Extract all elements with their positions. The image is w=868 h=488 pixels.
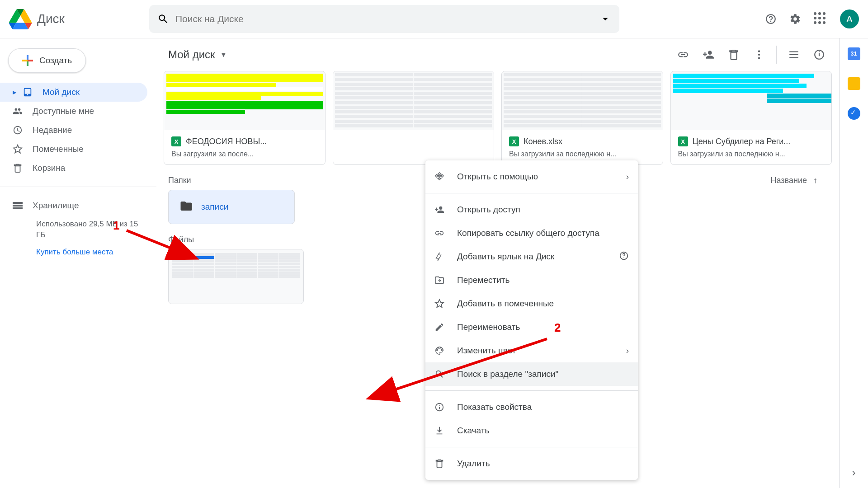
move-icon bbox=[434, 172, 451, 182]
logo-area[interactable]: Диск bbox=[9, 9, 149, 29]
menu-delete[interactable]: Удалить bbox=[425, 452, 638, 475]
menu-move[interactable]: Переместить bbox=[425, 268, 638, 292]
file-preview bbox=[671, 71, 832, 130]
share-button[interactable] bbox=[696, 42, 721, 67]
file-preview bbox=[502, 71, 663, 130]
calendar-addon-icon[interactable]: 31 bbox=[848, 47, 860, 60]
buy-storage-link[interactable]: Купить больше места bbox=[0, 244, 156, 260]
user-avatar[interactable]: А bbox=[840, 9, 859, 28]
menu-star[interactable]: Добавить в помеченные bbox=[425, 292, 638, 315]
tasks-addon-icon[interactable] bbox=[848, 107, 860, 120]
search-dropdown-icon[interactable] bbox=[599, 13, 611, 25]
trash-icon bbox=[434, 459, 451, 469]
search-input[interactable] bbox=[175, 14, 599, 24]
info-icon bbox=[813, 49, 825, 61]
svg-point-1 bbox=[758, 54, 760, 56]
header-actions: А bbox=[765, 9, 859, 28]
sidebar-item-mydrive[interactable]: ▶ Мой диск bbox=[0, 83, 147, 102]
file-name: Цены Субдилер на Реги... bbox=[693, 137, 791, 146]
sidebar-item-storage[interactable]: Хранилище bbox=[0, 196, 156, 215]
main-content: Мой диск ▼ bbox=[156, 38, 839, 488]
help-icon[interactable] bbox=[765, 13, 777, 25]
menu-get-link[interactable]: Копировать ссылку общего доступа bbox=[425, 221, 638, 245]
expand-caret-icon: ▶ bbox=[13, 89, 17, 95]
drive-logo-icon bbox=[9, 9, 32, 29]
right-side-panel: 31 › bbox=[839, 38, 868, 488]
chevron-right-icon: › bbox=[626, 172, 629, 182]
menu-details[interactable]: Показать свойства bbox=[425, 395, 638, 419]
app-name: Диск bbox=[37, 12, 65, 26]
folder-icon bbox=[179, 199, 193, 215]
menu-label: Показать свойства bbox=[457, 402, 629, 412]
star-icon bbox=[13, 144, 23, 154]
section-title: Файлы bbox=[168, 235, 194, 244]
list-view-button[interactable] bbox=[781, 42, 807, 67]
settings-icon[interactable] bbox=[789, 13, 801, 25]
storage-usage-text: Использовано 29,5 МБ из 15 ГБ bbox=[0, 215, 156, 244]
file-sub: Вы загрузили за после... bbox=[164, 150, 325, 164]
keep-addon-icon[interactable] bbox=[848, 77, 860, 90]
apps-icon[interactable] bbox=[814, 12, 827, 26]
menu-change-color[interactable]: Изменить цвет › bbox=[425, 339, 638, 362]
file-preview bbox=[333, 71, 494, 130]
sidebar-item-shared[interactable]: Доступные мне bbox=[0, 102, 147, 121]
folder-name: записи bbox=[201, 202, 228, 212]
recent-icon bbox=[13, 125, 23, 135]
create-button[interactable]: Создать bbox=[8, 48, 86, 73]
more-vert-icon bbox=[753, 49, 765, 61]
context-menu: Открыть с помощью › Открыть доступ Копир… bbox=[425, 160, 638, 480]
menu-download[interactable]: Скачать bbox=[425, 419, 638, 442]
menu-label: Открыть с помощью bbox=[457, 172, 626, 182]
search-bar[interactable] bbox=[149, 5, 619, 33]
sidebar-item-label: Доступные мне bbox=[33, 106, 94, 116]
svg-point-0 bbox=[758, 50, 760, 52]
hide-side-panel-button[interactable]: › bbox=[852, 466, 856, 479]
menu-open-with[interactable]: Открыть с помощью › bbox=[425, 165, 638, 188]
link-icon bbox=[434, 228, 451, 238]
more-button[interactable] bbox=[746, 42, 772, 67]
file-card[interactable] bbox=[168, 249, 304, 304]
menu-rename[interactable]: Переименовать bbox=[425, 315, 638, 339]
sidebar-item-label: Корзина bbox=[33, 163, 65, 173]
quick-access-card[interactable]: XКонев.xlsx Вы загрузили за последнюю н.… bbox=[501, 71, 663, 165]
trash-icon bbox=[13, 163, 23, 173]
quick-access-card[interactable]: XЦены Субдилер на Реги... Вы загрузили з… bbox=[670, 71, 832, 165]
toolbar: Мой диск ▼ bbox=[164, 38, 832, 71]
edit-icon bbox=[434, 322, 451, 332]
quick-access-card[interactable]: XФЕОДОСИЯ НОВЫ... Вы загрузили за после.… bbox=[164, 71, 326, 165]
menu-label: Открыть доступ bbox=[457, 205, 629, 215]
storage-label: Хранилище bbox=[33, 201, 79, 211]
folder-card[interactable]: записи bbox=[168, 190, 295, 224]
menu-share[interactable]: Открыть доступ bbox=[425, 198, 638, 221]
get-link-button[interactable] bbox=[670, 42, 696, 67]
trash-icon bbox=[728, 49, 740, 61]
file-name: ФЕОДОСИЯ НОВЫ... bbox=[186, 137, 267, 146]
sidebar-item-trash[interactable]: Корзина bbox=[0, 159, 147, 178]
sidebar-item-label: Помеченные bbox=[33, 144, 84, 154]
menu-search-in[interactable]: Поиск в разделе "записи" bbox=[425, 362, 638, 386]
drive-shortcut-icon bbox=[434, 252, 451, 262]
menu-label: Добавить ярлык на Диск bbox=[457, 252, 619, 262]
delete-button[interactable] bbox=[721, 42, 746, 67]
header: Диск А bbox=[0, 0, 868, 38]
file-name: Конев.xlsx bbox=[524, 137, 562, 146]
search-icon bbox=[157, 13, 169, 25]
info-icon bbox=[434, 402, 451, 412]
create-label: Создать bbox=[39, 56, 72, 66]
plus-icon bbox=[22, 55, 33, 66]
quick-access-card[interactable] bbox=[333, 71, 495, 165]
link-icon bbox=[677, 49, 689, 61]
sidebar-item-label: Мой диск bbox=[42, 87, 80, 97]
chevron-down-icon: ▼ bbox=[221, 51, 227, 58]
sidebar-item-starred[interactable]: Помеченные bbox=[0, 140, 147, 159]
palette-icon bbox=[434, 346, 451, 356]
folder-move-icon bbox=[434, 275, 451, 285]
menu-add-shortcut[interactable]: Добавить ярлык на Диск bbox=[425, 245, 638, 268]
shared-icon bbox=[13, 106, 23, 116]
sidebar-item-recent[interactable]: Недавние bbox=[0, 121, 147, 140]
details-button[interactable] bbox=[807, 42, 832, 67]
breadcrumb[interactable]: Мой диск ▼ bbox=[164, 46, 231, 64]
menu-label: Поиск в разделе "записи" bbox=[457, 369, 629, 379]
sort-button[interactable]: Название ↑ bbox=[771, 176, 832, 185]
sort-label: Название bbox=[771, 176, 807, 185]
